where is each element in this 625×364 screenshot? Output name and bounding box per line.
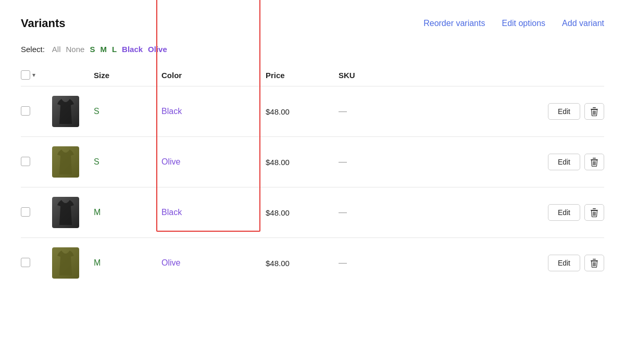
row2-edit-button[interactable]: Edit xyxy=(548,154,580,170)
row4-checkbox[interactable] xyxy=(21,258,30,267)
row2-checkbox-cell xyxy=(21,157,52,168)
page-title: Variants xyxy=(21,17,66,30)
row4-color: Olive xyxy=(161,258,266,268)
table-row: S Black $48.00 — Edit xyxy=(21,86,604,136)
row4-size: M xyxy=(94,258,161,268)
row3-edit-button[interactable]: Edit xyxy=(548,204,580,221)
select-l[interactable]: L xyxy=(112,45,117,54)
row4-edit-button[interactable]: Edit xyxy=(548,255,580,271)
select-label: Select: xyxy=(21,45,45,54)
table-row: M Black $48.00 — Edit xyxy=(21,187,604,237)
checkbox-dropdown-caret[interactable]: ▾ xyxy=(32,71,35,79)
row2-size: S xyxy=(94,157,161,167)
row1-checkbox[interactable] xyxy=(21,106,30,116)
select-all-checkbox[interactable] xyxy=(21,70,30,80)
table-header: ▾ Size Color Price SKU xyxy=(21,66,604,86)
row1-actions: Edit xyxy=(391,103,604,120)
svg-rect-16 xyxy=(593,259,596,260)
row1-edit-button[interactable]: Edit xyxy=(548,103,580,120)
add-variant-link[interactable]: Add variant xyxy=(562,19,604,28)
header-actions: Reorder variants Edit options Add varian… xyxy=(423,19,604,28)
row1-color-cell: Black xyxy=(161,107,266,116)
variants-header: Variants Reorder variants Edit options A… xyxy=(21,17,604,30)
row1-size: S xyxy=(94,107,161,116)
svg-rect-11 xyxy=(593,208,596,209)
edit-options-link[interactable]: Edit options xyxy=(502,19,545,28)
trash-icon xyxy=(590,107,598,116)
select-row: Select: All None S M L Black Olive xyxy=(21,45,604,54)
table-row: S Olive $48.00 — Edit xyxy=(21,136,604,187)
row3-actions: Edit xyxy=(391,204,604,221)
row4-actions: Edit xyxy=(391,255,604,271)
select-black[interactable]: Black xyxy=(122,45,143,54)
row2-sku: — xyxy=(339,157,391,167)
row1-color: Black xyxy=(161,107,182,116)
header-price: Price xyxy=(266,71,339,80)
svg-rect-1 xyxy=(593,107,596,108)
select-s[interactable]: S xyxy=(90,45,95,54)
header-checkbox-cell: ▾ xyxy=(21,70,52,80)
row4-sku: — xyxy=(339,258,391,268)
select-none[interactable]: None xyxy=(66,45,85,54)
row1-checkbox-cell xyxy=(21,106,52,117)
trash-icon xyxy=(590,258,598,268)
row2-delete-button[interactable] xyxy=(584,154,604,170)
row3-color: Black xyxy=(161,208,266,217)
table-row: M Olive $48.00 — Edit xyxy=(21,237,604,288)
row2-actions: Edit xyxy=(391,154,604,170)
row2-color: Olive xyxy=(161,157,266,167)
row3-checkbox[interactable] xyxy=(21,207,30,217)
trash-icon xyxy=(590,208,598,217)
trash-icon xyxy=(590,157,598,167)
row3-price: $48.00 xyxy=(266,208,339,217)
row2-price: $48.00 xyxy=(266,158,339,167)
row3-checkbox-cell xyxy=(21,207,52,218)
row3-thumbnail xyxy=(52,197,79,228)
row2-thumbnail xyxy=(52,146,79,178)
row1-sku: — xyxy=(339,107,391,116)
select-olive[interactable]: Olive xyxy=(148,45,167,54)
row4-delete-button[interactable] xyxy=(584,255,604,271)
row4-checkbox-cell xyxy=(21,258,52,269)
header-size: Size xyxy=(94,71,161,80)
row1-delete-button[interactable] xyxy=(584,103,604,120)
variants-table: ▾ Size Color Price SKU S Black $48.00 — … xyxy=(21,66,604,288)
row4-price: $48.00 xyxy=(266,259,339,268)
row3-size: M xyxy=(94,208,161,217)
header-color: Color xyxy=(161,71,266,80)
select-all[interactable]: All xyxy=(52,45,61,54)
row3-sku: — xyxy=(339,208,391,217)
row1-thumbnail xyxy=(52,96,79,127)
row4-thumbnail xyxy=(52,247,79,279)
svg-rect-6 xyxy=(593,158,596,159)
row3-delete-button[interactable] xyxy=(584,204,604,221)
header-sku: SKU xyxy=(339,71,391,80)
row2-checkbox[interactable] xyxy=(21,157,30,166)
select-m[interactable]: M xyxy=(100,45,107,54)
reorder-variants-link[interactable]: Reorder variants xyxy=(423,19,485,28)
row1-price: $48.00 xyxy=(266,107,339,116)
